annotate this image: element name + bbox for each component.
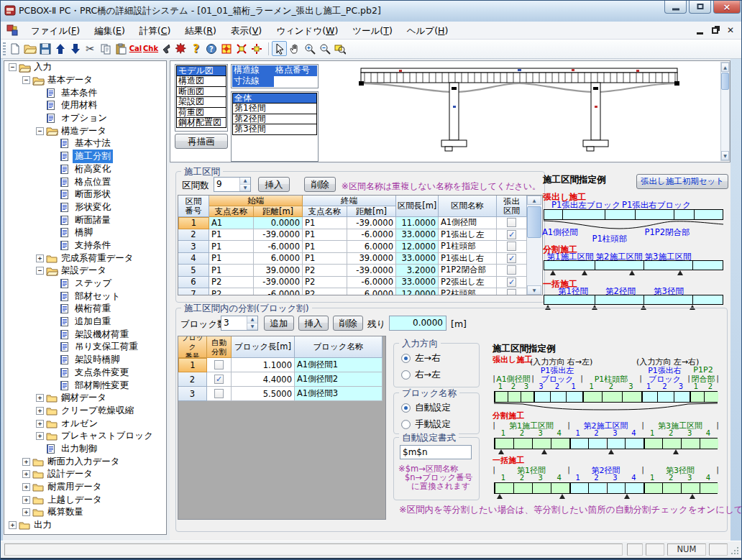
tree-item[interactable]: +断面力入力データ — [4, 455, 166, 468]
radio-icon[interactable] — [401, 354, 411, 363]
tree-item[interactable]: オプション — [4, 112, 166, 125]
tree-item[interactable]: 基本条件 — [4, 86, 166, 99]
menu-item[interactable]: 結果(R) — [178, 22, 223, 40]
tree-item[interactable]: +耐震用データ — [4, 481, 166, 494]
tree-item[interactable]: +設計データ — [4, 468, 166, 481]
section-delete-button[interactable]: 削除 — [304, 177, 336, 192]
list-item[interactable]: 格点番号 — [274, 65, 317, 76]
tree-item[interactable]: 横桁荷重 — [4, 303, 166, 316]
list-item[interactable]: 寸法線 — [232, 76, 274, 87]
open-file-button[interactable] — [22, 41, 37, 56]
save-file-button[interactable] — [37, 41, 52, 56]
tree-item[interactable]: +出力 — [4, 519, 166, 532]
tree-item[interactable]: 出力制御 — [4, 443, 166, 456]
block-add-button[interactable]: 追加 — [264, 316, 294, 331]
row-header[interactable]: 5 — [178, 265, 209, 277]
menu-item[interactable]: 計算(C) — [132, 22, 178, 40]
overhang-checkbox[interactable] — [507, 289, 516, 295]
scroll-down-icon[interactable]: ▼ — [527, 285, 541, 295]
scroll-down-icon[interactable]: ▼ — [721, 151, 729, 160]
tree-item[interactable]: −架設データ — [4, 265, 166, 277]
mdi-minimize-icon[interactable] — [697, 32, 703, 35]
resize-grip[interactable] — [730, 546, 739, 555]
tree-item[interactable]: 部材セット — [4, 290, 166, 303]
overlay-options-list[interactable]: 構造線格点番号寸法線 — [231, 64, 319, 88]
naming-option[interactable]: 自動設定 — [401, 402, 451, 414]
mdi-close-icon[interactable]: ✕ — [727, 26, 734, 35]
scroll-thumb[interactable] — [721, 73, 729, 90]
result-view-button[interactable] — [173, 41, 188, 56]
move-down-button[interactable] — [68, 41, 83, 56]
tree-item[interactable]: 断面形状 — [4, 188, 166, 201]
row-header[interactable]: 6 — [178, 277, 209, 289]
overhang-checkbox[interactable]: ✓ — [507, 277, 516, 287]
tree-item[interactable]: 桁高変化 — [4, 163, 166, 176]
row-header[interactable]: 3 — [178, 241, 209, 253]
tree-item[interactable]: +完成系荷重データ — [4, 252, 166, 265]
block-insert-button[interactable]: 挿入 — [298, 316, 329, 331]
list-item[interactable]: 構造線 — [232, 65, 274, 76]
naming-option[interactable]: 手動設定 — [401, 418, 451, 431]
spin-down-icon[interactable]: ▼ — [240, 185, 250, 192]
row-header[interactable]: 2 — [178, 229, 209, 242]
tree-item[interactable]: −基本データ — [4, 74, 166, 87]
menu-item[interactable]: 編集(E) — [87, 22, 132, 40]
check-button[interactable]: Chk — [143, 41, 158, 56]
new-file-button[interactable] — [7, 41, 22, 56]
block-delete-button[interactable]: 削除 — [333, 316, 363, 331]
redraw-button[interactable]: 再描画 — [175, 134, 228, 149]
tree-item[interactable]: +上越しデータ — [4, 493, 166, 506]
minimize-button[interactable] — [664, 0, 687, 14]
move-up-button[interactable] — [52, 41, 68, 56]
expand-view-button[interactable] — [234, 41, 249, 56]
list-item[interactable]: 鋼材配置図 — [176, 117, 226, 128]
overhang-checkbox[interactable]: ✓ — [507, 230, 516, 239]
spin-up-icon[interactable]: ▲ — [247, 316, 257, 323]
drawing-vertical-scrollbar[interactable]: ▲ ▼ — [720, 62, 730, 161]
tree-item[interactable]: 使用材料 — [4, 99, 166, 112]
spin-down-icon[interactable]: ▼ — [247, 323, 257, 331]
block-count-spinner[interactable]: 3 ▲▼ — [221, 316, 258, 331]
tree-item[interactable]: +鋼材データ — [4, 392, 166, 405]
list-item[interactable]: 断面図 — [176, 86, 226, 97]
overhang-checkbox[interactable] — [507, 242, 516, 251]
row-header[interactable]: 1 — [178, 217, 209, 229]
direction-option[interactable]: 左→右 — [401, 352, 440, 364]
help-question-button[interactable]: ? — [188, 41, 203, 56]
diagram-type-list[interactable]: モデル図構造図断面図架設図荷重図鋼材配置図 — [175, 64, 228, 132]
fit-view-button[interactable] — [219, 41, 234, 56]
menu-item[interactable]: ヘルプ(H) — [400, 22, 456, 40]
section-insert-button[interactable]: 挿入 — [258, 177, 290, 192]
row-header[interactable]: 1 — [178, 358, 207, 372]
menu-item[interactable]: 表示(V) — [224, 22, 269, 40]
span-range-list[interactable]: 全体第1径間第2径間第3径間 — [231, 91, 319, 162]
pan-hand-button[interactable] — [287, 41, 302, 56]
list-item[interactable]: モデル図 — [176, 65, 226, 76]
row-header[interactable]: 2 — [178, 372, 207, 387]
zoom-window-button[interactable] — [332, 41, 347, 56]
list-item[interactable]: 荷重図 — [176, 107, 226, 118]
row-header[interactable]: 4 — [178, 253, 209, 265]
tree-item[interactable]: −構造データ — [4, 124, 166, 137]
help-search-button[interactable]: ? — [203, 41, 219, 56]
scroll-thumb[interactable] — [527, 206, 541, 238]
document-icon[interactable] — [6, 24, 18, 36]
tree-item[interactable]: ステップ — [4, 277, 166, 290]
tree-item[interactable]: 追加自重 — [4, 316, 166, 329]
list-item[interactable]: 全体 — [232, 93, 317, 104]
scroll-up-icon[interactable]: ▲ — [721, 63, 729, 72]
zoom-in-button[interactable] — [302, 41, 317, 56]
overhang-checkbox[interactable] — [507, 218, 516, 227]
row-header[interactable]: 3 — [178, 387, 207, 401]
overhang-checkbox[interactable]: ✓ — [507, 254, 516, 263]
overhang-checkbox[interactable] — [507, 265, 516, 275]
copy-button[interactable] — [98, 41, 113, 56]
tree-item[interactable]: 支点条件変更 — [4, 367, 166, 380]
radio-icon[interactable] — [401, 370, 411, 380]
tree-item[interactable]: 断面諸量 — [4, 214, 166, 226]
spin-up-icon[interactable]: ▲ — [240, 178, 250, 185]
section-count-spinner[interactable]: 9 ▲▼ — [214, 177, 251, 192]
radio-icon[interactable] — [401, 420, 411, 429]
tree-item[interactable]: 支持条件 — [4, 239, 166, 252]
row-header[interactable]: 7 — [178, 288, 209, 295]
